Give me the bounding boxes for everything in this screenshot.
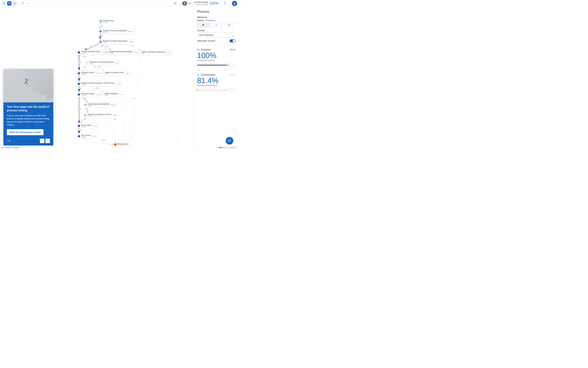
edge-label: 8.08k <box>99 25 103 27</box>
activities-value: 100% <box>197 52 235 59</box>
overview-icon[interactable]: ⛶ <box>176 137 178 139</box>
footer-breadcrumb[interactable]: Process explorer <box>2 147 19 149</box>
connections-reset[interactable]: Reset <box>230 74 235 76</box>
filter-icon[interactable] <box>20 1 25 6</box>
activities-minus[interactable]: − <box>229 64 232 67</box>
user-avatar[interactable] <box>232 1 237 6</box>
promo-dot[interactable] <box>9 140 10 141</box>
edge-label: 741 <box>133 98 136 99</box>
edge-label: 7.59k <box>77 87 82 89</box>
bookmark-icon[interactable] <box>222 1 228 6</box>
edge-label: 2.24k <box>99 45 104 47</box>
process-start-label: Process start 13.93k <box>103 19 114 23</box>
node-create-order[interactable]: Create Purchase Order10.85k 77.9% <box>77 50 108 55</box>
measure-segmented <box>197 23 235 27</box>
promo-dot[interactable] <box>7 140 8 141</box>
node-adapt-order[interactable]: Adapt Purchase Order58 0.4% <box>101 71 131 76</box>
abbreviate-label: Abbreviate numbers <box>197 40 215 42</box>
menu-icon[interactable] <box>12 1 17 6</box>
number-label: Number <box>197 29 235 32</box>
edge-label: 8.08k <box>99 35 103 37</box>
process-sidebar: Process Measure Display - Frequency Numb… <box>194 7 238 145</box>
activities-reset[interactable]: Reset <box>230 48 235 51</box>
svg-point-2 <box>5 2 5 3</box>
edge-label: 58 <box>98 66 100 68</box>
footer-brand: ARIS Process Mining <box>218 147 237 149</box>
edge-label: 315 <box>83 66 86 68</box>
node-reject-requisition[interactable]: Reject Purchase Requisition741 5.3% <box>138 50 172 55</box>
node-create-requisition[interactable]: Create Purchase Requisition8.08k 58.0% <box>99 29 135 34</box>
connections-heading: Connections <box>197 73 215 76</box>
edge-label: 6.84k <box>77 61 82 63</box>
edge-label: 58 <box>94 66 96 68</box>
topbar: TE + 13.93k/13.93k Cases selected 100% <box>0 0 238 7</box>
node-process-invoice[interactable]: Process Invoice10.76k 77.3% <box>77 92 102 97</box>
add-icon[interactable]: + <box>26 1 31 6</box>
activities-plus[interactable]: + <box>232 64 235 67</box>
connections-minus[interactable]: − <box>229 89 232 92</box>
connections-slider[interactable] <box>197 90 228 91</box>
arrow-down-icon <box>197 74 199 76</box>
edge-label: 7.22k <box>77 77 82 78</box>
view-mode-edit-icon[interactable] <box>187 1 192 6</box>
svg-rect-25 <box>204 25 204 26</box>
node-receive-invoice[interactable]: Receive Invoice10.95k 78.6% <box>77 71 102 76</box>
cases-percent: 100% <box>209 1 218 5</box>
edge-label: 741 <box>131 45 134 47</box>
edge-label: 4.22k <box>82 119 86 120</box>
node-commercial-review[interactable]: Perform Commercial Review315 2.3% <box>86 60 121 65</box>
connections-plus[interactable]: + <box>232 89 235 92</box>
process-start-dot[interactable] <box>99 20 102 23</box>
edge-label: 2.24k <box>105 45 109 47</box>
promo-title: Your first steps into the world of proce… <box>7 105 50 112</box>
cases-label: Cases selected <box>194 4 208 6</box>
refresh-icon[interactable] <box>172 1 178 6</box>
promo-cta-button[interactable]: Read the introductory e-book <box>7 129 44 135</box>
number-select[interactable]: Case frequency <box>197 32 235 38</box>
svg-point-33 <box>197 49 199 51</box>
circle-icon <box>197 48 199 51</box>
measure-table-icon[interactable] <box>223 23 235 27</box>
cases-selected: 13.93k/13.93k Cases selected <box>194 1 208 6</box>
cases-count: 13.93k/13.93k <box>194 1 208 4</box>
promo-card: × Your first steps into the world of pro… <box>3 69 53 146</box>
promo-text: If you or your team members are still in… <box>7 114 50 127</box>
project-badge[interactable]: TE <box>7 1 11 6</box>
node-pay-invoice[interactable]: Pay Invoice10.61k 76.2% <box>77 134 98 139</box>
activities-slider[interactable] <box>197 65 228 65</box>
activities-heading: Activities <box>197 48 211 51</box>
node-return-material[interactable]: Return Material338 2.4% <box>101 92 125 97</box>
svg-point-4 <box>4 3 4 4</box>
svg-point-5 <box>5 3 5 4</box>
edge-label: 10.61k <box>101 139 106 141</box>
runner-icon <box>22 77 29 87</box>
apps-icon[interactable] <box>1 1 7 6</box>
edge-label: 10.61k <box>77 129 83 131</box>
svg-point-1 <box>4 2 4 3</box>
svg-point-3 <box>3 3 3 4</box>
node-review-requisition[interactable]: Review Purchase Requisition8.08k 58.0% <box>99 39 135 44</box>
edge-label: 5.10k <box>90 45 94 47</box>
node-goods-receipt[interactable]: Perform Goods Receipt or Service Entry10… <box>77 81 123 86</box>
promo-next-button[interactable]: › <box>45 139 50 143</box>
view-mode-eye-icon[interactable] <box>182 1 187 6</box>
measure-time-icon[interactable] <box>210 23 223 27</box>
svg-point-6 <box>3 4 3 4</box>
close-icon[interactable]: × <box>49 71 52 75</box>
footer: Process explorer ARIS Process Mining <box>0 146 238 149</box>
node-review-approve-invoice[interactable]: Review and Approve Invoice4.22k 30.3% <box>84 113 119 118</box>
edge-label: 315 <box>83 56 86 57</box>
node-post-invoice[interactable]: Post Invoice10.61k 76.2% <box>77 123 99 129</box>
display-value-link[interactable]: Frequency <box>206 19 215 22</box>
abbreviate-toggle[interactable] <box>229 39 235 42</box>
help-button[interactable]: ? <box>226 137 233 145</box>
svg-point-8 <box>5 4 5 4</box>
svg-text:?: ? <box>229 140 230 141</box>
measure-frequency-icon[interactable] <box>197 23 210 27</box>
promo-prev-button[interactable]: ‹ <box>40 139 44 143</box>
display-label: Display - Frequency <box>197 19 235 22</box>
svg-rect-23 <box>202 25 203 26</box>
node-approval-workflow[interactable]: Initiate Approval Workflow4.22k 30.3% <box>84 102 117 107</box>
sidebar-title: Process <box>197 10 235 14</box>
node-adapt-requisition[interactable]: Adapt Purchase Requisition2.24k 16.1% <box>105 50 140 55</box>
